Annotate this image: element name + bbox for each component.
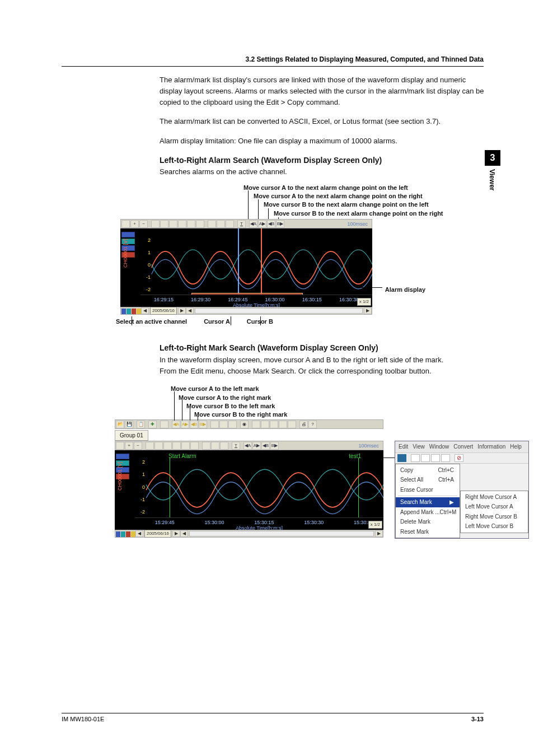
- tool-btn[interactable]: [181, 442, 190, 450]
- alarm-search-a-right-btn[interactable]: A▶: [258, 220, 266, 228]
- tool-btn[interactable]: [261, 421, 269, 428]
- scroll-left-icon[interactable]: ◀: [180, 530, 188, 537]
- tool-btn[interactable]: T: [237, 220, 246, 228]
- menu-item[interactable]: CopyCtrl+C: [396, 465, 460, 475]
- tool-btn[interactable]: [217, 220, 225, 228]
- scroll-right-icon[interactable]: ▶: [178, 307, 186, 314]
- edit-menu-dropdown[interactable]: CopyCtrl+C Select AllCtrl+A Erase Cursor…: [395, 464, 460, 539]
- app-main-toolbar[interactable]: 📂 💾 📋 ✚ ◀A A▶ ◀B B▶ ◉: [115, 419, 383, 429]
- alarm-search-b-right-btn[interactable]: B▶: [276, 220, 284, 228]
- print-icon[interactable]: 🖨: [299, 421, 308, 428]
- menu-bar[interactable]: Edit View Window Convert Information Hel…: [395, 441, 528, 452]
- tool-btn[interactable]: [208, 220, 216, 228]
- submenu-item[interactable]: Left Move Cursor A: [461, 502, 528, 512]
- tool-btn[interactable]: A▶: [252, 442, 261, 450]
- tool-btn[interactable]: ◉: [240, 421, 249, 428]
- tool-btn[interactable]: [196, 220, 204, 228]
- tool-btn[interactable]: [190, 442, 199, 450]
- tool-btn[interactable]: [220, 442, 228, 450]
- tool-btn[interactable]: ◀A: [243, 442, 252, 450]
- waveform-display-2[interactable]: CH00001 [V] Start Alarm test1 2 1 0 -1 -…: [115, 450, 383, 530]
- scroll-right-icon[interactable]: ▶: [172, 530, 180, 537]
- scroll-left-icon[interactable]: ◀: [186, 307, 194, 314]
- tool-btn[interactable]: [252, 421, 260, 428]
- menu-item[interactable]: Append Mark ...Ctrl+M: [396, 507, 460, 517]
- zoom-in-icon[interactable]: +: [130, 220, 139, 228]
- menu-item-search-mark[interactable]: Search Mark▶: [396, 497, 460, 507]
- scroll-right-icon[interactable]: ▶: [375, 530, 383, 537]
- menu-help[interactable]: Help: [510, 442, 522, 451]
- mark-b-left-btn[interactable]: [431, 454, 440, 462]
- mark-a-left-btn[interactable]: [411, 454, 420, 462]
- waveform-scrollbar[interactable]: ◀ 2005/06/16 ▶ ◀ ▶: [120, 307, 372, 315]
- tool-btn[interactable]: [226, 220, 234, 228]
- group-tab[interactable]: Group 01: [115, 430, 148, 441]
- tool-btn[interactable]: [187, 220, 195, 228]
- tool-btn[interactable]: [160, 421, 168, 428]
- zoom-out-icon[interactable]: −: [134, 442, 142, 450]
- mark-a-right-btn[interactable]: A▶: [181, 421, 189, 428]
- tool-btn[interactable]: [219, 421, 228, 428]
- mark-b-left-btn[interactable]: ◀B: [190, 421, 198, 428]
- help-icon[interactable]: ?: [308, 421, 317, 428]
- tool-btn[interactable]: [172, 442, 181, 450]
- alarm-search-b-left-btn[interactable]: ◀B: [267, 220, 275, 228]
- search-mark-submenu[interactable]: Right Move Cursor A Left Move Cursor A R…: [460, 491, 528, 533]
- waveform-scrollbar-2[interactable]: ◀ 2005/06/16 ▶ ◀ ▶: [115, 530, 383, 538]
- mark-a-right-btn[interactable]: [421, 454, 430, 462]
- cursor-a[interactable]: [238, 228, 239, 297]
- waveform-display[interactable]: CH00001 [V] 2 1 0 -1 -2: [120, 228, 372, 307]
- scroll-right-icon[interactable]: ▶: [364, 307, 372, 314]
- open-icon[interactable]: 📂: [116, 421, 124, 428]
- menu-convert[interactable]: Convert: [453, 442, 473, 451]
- channel-tag[interactable]: [121, 232, 135, 237]
- tool-btn[interactable]: [160, 220, 168, 228]
- menu-item[interactable]: Erase Cursor: [396, 485, 460, 495]
- tool-btn[interactable]: T: [232, 442, 240, 450]
- tool-btn[interactable]: [288, 421, 296, 428]
- menu-edit[interactable]: Edit: [399, 442, 408, 451]
- menu-item[interactable]: Delete Mark: [396, 517, 460, 527]
- tool-btn[interactable]: [279, 421, 287, 428]
- scroll-left-icon[interactable]: ◀: [141, 307, 149, 314]
- tool-btn[interactable]: B▶: [270, 442, 279, 450]
- menu-item[interactable]: Select AllCtrl+A: [396, 475, 460, 485]
- mini-toolbar[interactable]: ⊘: [395, 452, 528, 464]
- close-icon[interactable]: ⊘: [455, 454, 463, 462]
- mark-a-left-btn[interactable]: ◀A: [172, 421, 180, 428]
- tool-btn[interactable]: [202, 442, 210, 450]
- tool-btn[interactable]: [210, 421, 219, 428]
- tool-btn[interactable]: ◀B: [261, 442, 270, 450]
- menu-view[interactable]: View: [413, 442, 425, 451]
- mark-b-right-btn[interactable]: [441, 454, 450, 462]
- menu-information[interactable]: Information: [477, 442, 505, 451]
- cursor-b[interactable]: [261, 228, 262, 297]
- waveform-toolbar[interactable]: + − T ◀A A▶: [120, 219, 372, 228]
- channel-tag[interactable]: [116, 454, 129, 459]
- submenu-item[interactable]: Right Move Cursor A: [461, 492, 528, 502]
- tool-btn[interactable]: [121, 220, 130, 228]
- tool-btn[interactable]: [146, 442, 154, 450]
- scroll-left-icon[interactable]: ◀: [135, 530, 143, 537]
- tool-btn[interactable]: [154, 442, 163, 450]
- tool-btn[interactable]: [228, 421, 237, 428]
- submenu-item[interactable]: Left Move Cursor B: [461, 521, 528, 531]
- tool-btn[interactable]: ✚: [148, 421, 157, 428]
- tool-btn[interactable]: [270, 421, 278, 428]
- tool-btn[interactable]: [163, 442, 172, 450]
- menu-window[interactable]: Window: [429, 442, 449, 451]
- alarm-search-a-left-btn[interactable]: ◀A: [249, 220, 257, 228]
- save-icon[interactable]: 💾: [125, 421, 133, 428]
- submenu-item[interactable]: Right Move Cursor B: [461, 512, 528, 522]
- copy-icon[interactable]: 📋: [137, 421, 145, 428]
- waveform-toolbar-2[interactable]: + − T ◀A A▶ ◀B B▶ 100msec: [115, 441, 383, 450]
- tool-btn[interactable]: [178, 220, 186, 228]
- zoom-out-icon[interactable]: −: [139, 220, 148, 228]
- tool-btn[interactable]: [169, 220, 177, 228]
- menu-item[interactable]: Reset Mark: [396, 527, 460, 537]
- mark-b-right-btn[interactable]: B▶: [199, 421, 207, 428]
- zoom-in-icon[interactable]: +: [125, 442, 133, 450]
- tool-btn[interactable]: [211, 442, 219, 450]
- mini-tool[interactable]: [397, 454, 406, 462]
- tool-btn[interactable]: [151, 220, 160, 228]
